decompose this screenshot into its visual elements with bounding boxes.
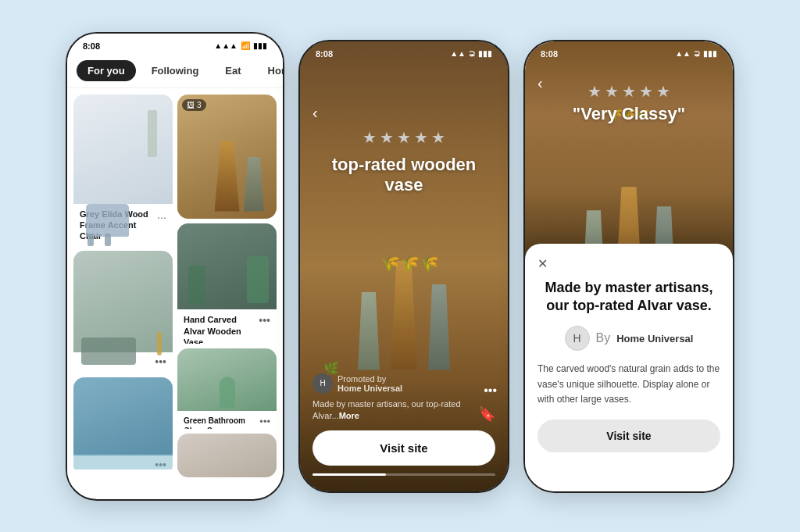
status-bar-1: 8:08 ▲▲▲ 📶 ▮▮▮ bbox=[67, 34, 283, 54]
status-time-3: 8:08 bbox=[541, 49, 558, 59]
modal-phone: 🌾🌾🌾 8:08 ▲▲ ⊋ ▮▮▮ ‹ ★ ★ ★ ★ ★ "Very Clas… bbox=[525, 41, 733, 491]
status-bar-3: 8:08 ▲▲ ⊋ ▮▮▮ bbox=[525, 41, 733, 62]
masonry-grid: Grey Elida Wood Frame Accent Chair ... •… bbox=[67, 88, 283, 484]
star-5: ★ bbox=[431, 128, 445, 147]
brand-name: Home Universal bbox=[616, 333, 693, 345]
signal-icon-3: ▲▲ bbox=[675, 49, 691, 58]
battery-icon: ▮▮▮ bbox=[253, 41, 267, 50]
pin-label-soap: Green Bathroom Glass Soap Dispenser bbox=[184, 416, 259, 429]
promoted-icon-2: H bbox=[312, 373, 333, 394]
tab-home-decor[interactable]: Home decor bbox=[257, 60, 283, 81]
modal-brand: H By Home Universal bbox=[538, 326, 720, 351]
feed-container: For you Following Eat Home decor Grey El… bbox=[67, 54, 283, 488]
status-icons-1: ▲▲▲ 📶 ▮▮▮ bbox=[214, 41, 267, 50]
brand-icon: H bbox=[565, 326, 590, 351]
desc-row: Made by master artisans, our top-rated A… bbox=[312, 398, 495, 423]
pin-dots-alvar[interactable]: ••• bbox=[259, 314, 270, 327]
detail-bottom: ••• H Promoted by Home Universal Made by… bbox=[300, 364, 508, 491]
modal-close-button[interactable]: ✕ bbox=[538, 256, 720, 271]
modal-title: Made by master artisans, our top-rated A… bbox=[538, 279, 720, 316]
pin-card-vase[interactable]: 🖼 3 top-rated wooden vase bbox=[177, 95, 277, 220]
phone-3: 🌾🌾🌾 8:08 ▲▲ ⊋ ▮▮▮ ‹ ★ ★ ★ ★ ★ "Very Clas… bbox=[523, 40, 734, 493]
tab-following[interactable]: Following bbox=[141, 60, 210, 81]
modal-star-4: ★ bbox=[639, 82, 653, 101]
status-icons-3: ▲▲ ⊋ ▮▮▮ bbox=[675, 49, 717, 58]
feed-col-1: Grey Elida Wood Frame Accent Chair ... •… bbox=[73, 95, 173, 477]
pin-dots-soap[interactable]: ••• bbox=[259, 416, 270, 427]
modal-star-1: ★ bbox=[588, 82, 602, 101]
status-icons-2: ▲▲ ⊋ ▮▮▮ bbox=[450, 49, 492, 58]
battery-icon-3: ▮▮▮ bbox=[703, 49, 717, 58]
visit-site-button-2[interactable]: Visit site bbox=[312, 430, 495, 466]
promoted-text-2: Promoted by Home Universal bbox=[338, 374, 402, 393]
wifi-icon: 📶 bbox=[241, 41, 250, 50]
pin-card-alvar[interactable]: Hand Carved Alvar Wooden Vase ••• H Prom… bbox=[177, 223, 277, 344]
status-time-2: 8:08 bbox=[316, 49, 333, 59]
modal-star-2: ★ bbox=[605, 82, 619, 101]
pin-img-vase bbox=[177, 95, 277, 220]
signal-icon: ▲▲▲ bbox=[214, 41, 238, 50]
pin-img-bath bbox=[73, 377, 173, 455]
more-dots-2[interactable]: ••• bbox=[484, 384, 497, 398]
modal-description: The carved wood's natural grain adds to … bbox=[538, 362, 720, 407]
progress-fill-2 bbox=[312, 473, 386, 476]
nav-tabs: For you Following Eat Home decor bbox=[67, 54, 283, 88]
pin-card-sink[interactable]: ••• bbox=[73, 251, 173, 373]
visit-site-button-3[interactable]: Visit site bbox=[538, 420, 720, 452]
status-time-1: 8:08 bbox=[83, 41, 100, 51]
modal-star-3: ★ bbox=[622, 82, 636, 101]
pin-dots-sink[interactable]: ••• bbox=[155, 355, 166, 368]
feed-col-2: 🖼 3 top-rated wooden vase Hand Carved Al… bbox=[177, 95, 277, 477]
pin-card-misc[interactable] bbox=[177, 434, 277, 477]
detail-overlay: ‹ ★ ★ ★ ★ ★ top-rated wooden vase ••• H … bbox=[300, 41, 508, 491]
stars-row-2: ★ ★ ★ ★ ★ bbox=[312, 128, 495, 147]
back-button-2[interactable]: ‹ bbox=[312, 104, 318, 122]
pin-img-sink bbox=[73, 251, 173, 352]
pin-card-soap[interactable]: Green Bathroom Glass Soap Dispenser ••• bbox=[177, 348, 277, 429]
pin-img-soap bbox=[177, 348, 277, 411]
phone-1: 8:08 ▲▲▲ 📶 ▮▮▮ For you Following Eat Hom… bbox=[66, 32, 284, 501]
tab-for-you[interactable]: For you bbox=[77, 60, 136, 81]
battery-icon-2: ▮▮▮ bbox=[478, 49, 492, 58]
pin-img-chair bbox=[73, 95, 173, 204]
wifi-icon-2: ⊋ bbox=[469, 49, 475, 58]
detail-title: top-rated wooden vase bbox=[312, 155, 495, 195]
desc-text: Made by master artisans, our top-rated A… bbox=[312, 398, 472, 423]
signal-icon-2: ▲▲ bbox=[450, 49, 466, 58]
tab-eat[interactable]: Eat bbox=[214, 60, 252, 81]
star-3: ★ bbox=[397, 128, 411, 147]
detail-top: ‹ ★ ★ ★ ★ ★ top-rated wooden vase bbox=[300, 41, 508, 203]
pin-label-alvar: Hand Carved Alvar Wooden Vase bbox=[184, 314, 259, 344]
modal-sheet: ✕ Made by master artisans, our top-rated… bbox=[525, 244, 733, 491]
pin-img-alvar bbox=[177, 223, 277, 309]
pin-card-bath[interactable]: ••• bbox=[73, 377, 173, 476]
pin-card-chair[interactable]: Grey Elida Wood Frame Accent Chair ... bbox=[73, 95, 173, 247]
modal-stars: ★ ★ ★ ★ ★ bbox=[525, 82, 733, 101]
phone-2: 🌾🌾🌾 🌿 8:08 ▲▲ ⊋ ▮▮▮ ‹ ★ ★ ★ bbox=[298, 40, 509, 493]
modal-quote: "Very Classy" bbox=[525, 104, 733, 124]
detail-phone: 🌾🌾🌾 🌿 8:08 ▲▲ ⊋ ▮▮▮ ‹ ★ ★ ★ bbox=[300, 41, 508, 491]
pin-dots-chair[interactable]: ... bbox=[154, 209, 166, 221]
star-2: ★ bbox=[380, 128, 394, 147]
pin-badge-vase: 🖼 3 bbox=[182, 99, 206, 111]
wifi-icon-3: ⊋ bbox=[694, 49, 700, 58]
modal-star-5: ★ bbox=[656, 82, 670, 101]
star-4: ★ bbox=[414, 128, 428, 147]
promoted-row-2: H Promoted by Home Universal bbox=[312, 373, 495, 394]
status-bar-2: 8:08 ▲▲ ⊋ ▮▮▮ bbox=[300, 41, 508, 62]
bookmark-icon[interactable]: 🔖 bbox=[478, 405, 495, 423]
star-1: ★ bbox=[362, 128, 377, 147]
pin-img-misc bbox=[177, 434, 277, 477]
progress-bar-2 bbox=[312, 473, 495, 476]
by-label: By bbox=[596, 331, 611, 345]
